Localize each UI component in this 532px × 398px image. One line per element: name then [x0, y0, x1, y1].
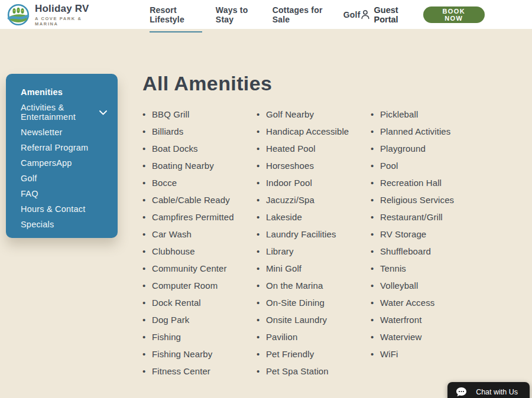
sidebar-item-newsletter[interactable]: Newsletter [21, 128, 107, 138]
chat-with-us-button[interactable]: Chat with Us [447, 382, 530, 398]
nav-item-golf[interactable]: Golf [343, 2, 361, 28]
sidebar-item-label: FAQ [21, 190, 38, 199]
book-now-button[interactable]: BOOK NOW [423, 6, 485, 23]
list-item: Heated Pool [257, 144, 371, 154]
list-item: Horseshoes [257, 161, 371, 171]
list-item: Cable/Cable Ready [142, 195, 257, 205]
sidebar-item-faq[interactable]: FAQ [21, 190, 107, 199]
sidebar-item-label: Newsletter [21, 128, 63, 138]
sidebar-item-label: Specials [21, 220, 54, 230]
site-header: Holiday RV A COVE PARK & MARINA Resort L… [0, 0, 532, 29]
sidebar-item-amenities[interactable]: Amenities [21, 88, 107, 97]
list-item: On the Marina [257, 281, 371, 291]
list-item: Golf Nearby [257, 110, 371, 119]
list-item: Boat Docks [142, 144, 257, 154]
nav-item-ways-to-stay[interactable]: Ways to Stay [216, 0, 259, 32]
amenity-list: BBQ GrillBilliardsBoat DocksBoating Near… [142, 110, 485, 384]
sidebar-item-label: Golf [21, 174, 37, 184]
sidebar-item-referral-program[interactable]: Referral Program [21, 143, 107, 153]
chevron-down-icon [99, 110, 107, 115]
list-item: Pickleball [371, 110, 485, 119]
main-content: All Amenities BBQ GrillBilliardsBoat Doc… [142, 29, 485, 384]
chat-bubble-icon [456, 387, 467, 397]
list-item: Handicap Accessible [257, 127, 371, 136]
logo-icon [7, 4, 30, 26]
sidebar-item-label: Referral Program [21, 143, 88, 153]
list-item: Jacuzzi/Spa [257, 195, 371, 205]
nav-item-resort-lifestyle[interactable]: Resort Lifestyle [150, 0, 202, 32]
chat-label: Chat with Us [476, 388, 518, 396]
list-item: Library [257, 247, 371, 256]
list-item: BBQ Grill [142, 110, 257, 119]
sidebar-item-specials[interactable]: Specials [21, 220, 107, 230]
amenities-column-3: PickleballPlanned ActivitiesPlaygroundPo… [371, 110, 485, 384]
list-item: Waterview [371, 332, 485, 342]
sidebar-item-label: CampersApp [21, 159, 72, 168]
list-item: Water Access [371, 298, 485, 308]
amenities-sidebar: AmenitiesActivities & EntertainmentNewsl… [6, 74, 118, 238]
sidebar-item-activities-entertainment[interactable]: Activities & Entertainment [21, 103, 107, 122]
brand-name: Holiday RV [35, 3, 93, 15]
list-item: Clubhouse [142, 247, 257, 256]
sidebar-item-campersapp[interactable]: CampersApp [21, 159, 107, 168]
list-item: Tennis [371, 264, 485, 273]
list-item: Pet Spa Station [257, 367, 371, 376]
list-item: Pet Friendly [257, 350, 371, 359]
list-item: Pool [371, 161, 485, 171]
guest-portal-link[interactable]: Guest Portal [361, 5, 413, 24]
list-item: Community Center [142, 264, 257, 273]
nav-item-cottages-for-sale[interactable]: Cottages for Sale [273, 0, 330, 32]
main-nav: Resort LifestyleWays to StayCottages for… [150, 0, 360, 32]
sidebar-item-label: Activities & Entertainment [21, 103, 95, 122]
content-area: AmenitiesActivities & EntertainmentNewsl… [0, 29, 532, 384]
list-item: Fitness Center [142, 367, 257, 376]
list-item: Indoor Pool [257, 178, 371, 188]
list-item: Shuffleboard [371, 247, 485, 256]
list-item: Campfires Permitted [142, 213, 257, 222]
amenities-column-1: BBQ GrillBilliardsBoat DocksBoating Near… [142, 110, 257, 384]
list-item: Car Wash [142, 230, 257, 239]
list-item: Onsite Laundry [257, 315, 371, 325]
list-item: Mini Golf [257, 264, 371, 273]
guest-portal-label: Guest Portal [374, 5, 413, 24]
list-item: Boating Nearby [142, 161, 257, 171]
sidebar-item-label: Amenities [21, 88, 63, 97]
brand-tagline: A COVE PARK & MARINA [35, 16, 93, 27]
list-item: Fishing Nearby [142, 350, 257, 359]
amenities-column-2: Golf NearbyHandicap AccessibleHeated Poo… [257, 110, 371, 384]
sidebar-item-label: Hours & Contact [21, 205, 85, 214]
list-item: Bocce [142, 178, 257, 188]
list-item: On-Site Dining [257, 298, 371, 308]
sidebar-item-golf[interactable]: Golf [21, 174, 107, 184]
list-item: Fishing [142, 332, 257, 342]
logo-text: Holiday RV A COVE PARK & MARINA [35, 3, 93, 27]
list-item: Computer Room [142, 281, 257, 291]
list-item: Planned Activities [371, 127, 485, 136]
list-item: Lakeside [257, 213, 371, 222]
page-title: All Amenities [142, 71, 485, 95]
header-right: Guest Portal BOOK NOW [361, 5, 485, 24]
list-item: Dog Park [142, 315, 257, 325]
list-item: WiFi [371, 350, 485, 359]
list-item: Laundry Facilities [257, 230, 371, 239]
list-item: Dock Rental [142, 298, 257, 308]
list-item: Recreation Hall [371, 178, 485, 188]
list-item: Waterfront [371, 315, 485, 325]
list-item: Playground [371, 144, 485, 154]
user-icon [361, 9, 370, 19]
list-item: Billiards [142, 127, 257, 136]
sidebar-item-hours-contact[interactable]: Hours & Contact [21, 205, 107, 214]
logo[interactable]: Holiday RV A COVE PARK & MARINA [7, 3, 93, 27]
list-item: RV Storage [371, 230, 485, 239]
list-item: Restaurant/Grill [371, 213, 485, 222]
list-item: Volleyball [371, 281, 485, 291]
list-item: Religious Services [371, 195, 485, 205]
list-item: Pavilion [257, 332, 371, 342]
